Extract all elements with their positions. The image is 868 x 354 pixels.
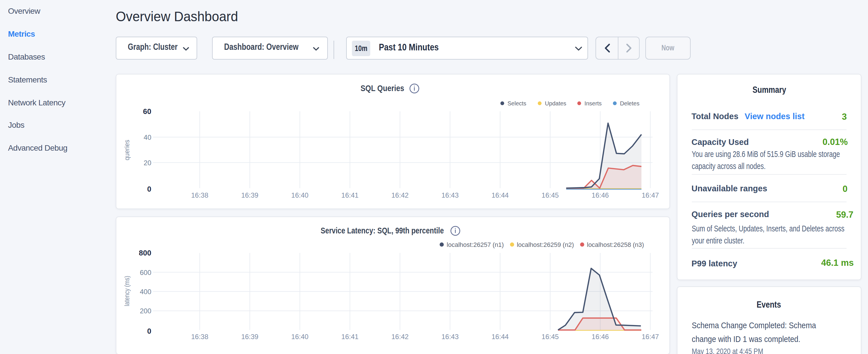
- svg-text:latency (ms): latency (ms): [123, 276, 131, 306]
- svg-text:16:44: 16:44: [492, 333, 509, 341]
- svg-text:localhost:26257 (n1): localhost:26257 (n1): [447, 241, 504, 248]
- svg-text:localhost:26259 (n2): localhost:26259 (n2): [517, 241, 574, 248]
- svg-text:16:41: 16:41: [341, 333, 359, 341]
- svg-text:16:43: 16:43: [441, 191, 459, 199]
- svg-text:16:44: 16:44: [492, 191, 509, 199]
- svg-text:400: 400: [140, 288, 151, 296]
- svg-text:16:45: 16:45: [541, 191, 559, 199]
- svg-text:Updates: Updates: [545, 100, 566, 106]
- svg-text:16:45: 16:45: [541, 333, 559, 341]
- svg-text:16:47: 16:47: [642, 333, 659, 341]
- svg-text:600: 600: [140, 269, 151, 277]
- svg-text:Service Latency: SQL, 99th per: Service Latency: SQL, 99th percentile: [321, 226, 444, 235]
- svg-text:16:40: 16:40: [291, 333, 308, 341]
- svg-text:16:46: 16:46: [592, 191, 609, 199]
- svg-text:Selects: Selects: [507, 100, 526, 106]
- svg-text:200: 200: [140, 307, 151, 315]
- svg-text:16:47: 16:47: [642, 191, 659, 199]
- svg-text:16:41: 16:41: [341, 191, 359, 199]
- svg-text:0: 0: [147, 185, 151, 193]
- svg-text:Inserts: Inserts: [585, 100, 602, 106]
- svg-text:40: 40: [144, 133, 151, 141]
- svg-text:16:39: 16:39: [241, 333, 258, 341]
- svg-text:16:42: 16:42: [392, 333, 409, 341]
- svg-text:queries: queries: [123, 140, 131, 160]
- svg-text:800: 800: [139, 249, 151, 257]
- svg-text:16:38: 16:38: [191, 333, 208, 341]
- svg-text:60: 60: [143, 107, 151, 116]
- svg-text:16:46: 16:46: [592, 333, 609, 341]
- svg-text:16:39: 16:39: [241, 191, 258, 199]
- svg-text:16:43: 16:43: [441, 333, 459, 341]
- svg-text:0: 0: [147, 327, 151, 335]
- svg-text:16:42: 16:42: [392, 191, 409, 199]
- svg-text:localhost:26258 (n3): localhost:26258 (n3): [587, 241, 644, 248]
- svg-text:16:38: 16:38: [191, 191, 208, 199]
- svg-text:16:40: 16:40: [291, 191, 308, 199]
- svg-text:Deletes: Deletes: [620, 100, 640, 106]
- svg-text:SQL Queries: SQL Queries: [361, 83, 404, 93]
- svg-text:20: 20: [144, 159, 151, 167]
